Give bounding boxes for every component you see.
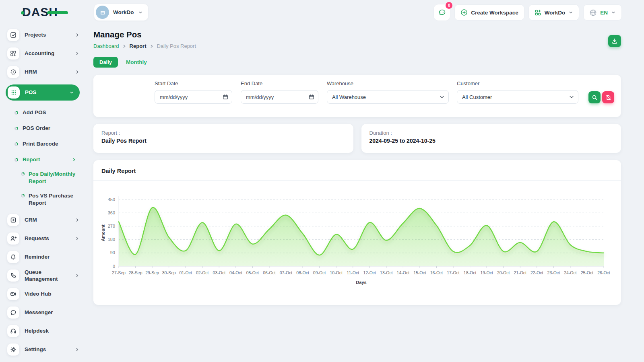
x-tick-label: 12-Oct bbox=[363, 270, 376, 275]
sidebar-item-pos-vs-purchase-report[interactable]: Pos VS Purchase Report bbox=[21, 192, 80, 206]
sidebar-item-pos-order[interactable]: POS Order bbox=[14, 123, 76, 133]
sidebar-item-queue-management[interactable]: Queue Management bbox=[7, 269, 80, 282]
logo-accent-bar bbox=[47, 11, 68, 14]
sidebar-item-helpdesk[interactable]: Helpdesk bbox=[7, 325, 80, 337]
download-button[interactable] bbox=[608, 35, 621, 47]
chevron-right-icon bbox=[75, 218, 80, 222]
start-date-input[interactable] bbox=[155, 90, 232, 103]
search-button[interactable] bbox=[588, 91, 601, 103]
chevron-right-icon bbox=[75, 33, 80, 37]
x-tick-label: 01-Oct bbox=[179, 270, 192, 275]
app-menu-label: WorkDo bbox=[545, 10, 566, 16]
video-icon bbox=[7, 288, 19, 300]
x-tick-label: 06-Oct bbox=[263, 270, 276, 275]
chevron-down-icon bbox=[439, 94, 445, 100]
end-date-label: End Date bbox=[241, 80, 318, 86]
summary-row: Report : Daily Pos Report Duration : 202… bbox=[93, 124, 621, 153]
phone-icon bbox=[7, 269, 19, 282]
tab-monthly[interactable]: Monthly bbox=[126, 59, 147, 65]
messages-button[interactable]: 0 bbox=[433, 4, 450, 21]
bullet-icon bbox=[14, 158, 18, 162]
topbar-actions: 0 Create Workspace WorkDo EN bbox=[433, 4, 622, 21]
sidebar-item-video-hub[interactable]: Video Hub bbox=[7, 288, 80, 300]
warehouse-select[interactable]: All Warehouse bbox=[327, 90, 449, 104]
x-tick-label: 27-Sep bbox=[112, 270, 126, 275]
search-icon bbox=[592, 95, 598, 101]
messages-badge: 0 bbox=[446, 2, 452, 9]
end-date-input[interactable] bbox=[241, 90, 318, 103]
sidebar-item-report[interactable]: Report bbox=[14, 155, 76, 165]
sidebar-item-crm[interactable]: CRM bbox=[7, 214, 80, 226]
sidebar-item-add-pos[interactable]: Add POS bbox=[14, 108, 76, 117]
dots-icon bbox=[8, 86, 20, 99]
report-period-tabs: Daily Monthly bbox=[93, 57, 621, 68]
report-value: Daily Pos Report bbox=[101, 138, 345, 144]
x-tick-label: 15-Oct bbox=[413, 270, 426, 275]
sidebar-item-print-barcode[interactable]: Print Barcode bbox=[14, 139, 76, 149]
page-header: Manage Pos Dashboard Report Daily Pos Re… bbox=[93, 30, 621, 49]
chevron-down-icon bbox=[568, 10, 573, 15]
target-icon bbox=[7, 66, 19, 78]
y-tick-label: 270 bbox=[108, 224, 115, 228]
building-icon bbox=[96, 6, 109, 19]
create-workspace-label: Create Workspace bbox=[471, 10, 518, 16]
sidebar-item-settings[interactable]: Settings bbox=[7, 343, 80, 356]
x-tick-label: 03-Oct bbox=[213, 270, 226, 275]
app-logo[interactable]: DASH bbox=[22, 5, 66, 19]
reset-button[interactable] bbox=[602, 91, 614, 103]
bell-icon bbox=[7, 251, 19, 263]
breadcrumb: Dashboard Report Daily Pos Report bbox=[93, 43, 621, 49]
customer-label: Customer bbox=[457, 80, 578, 86]
y-tick-label: 360 bbox=[108, 210, 115, 215]
checkbox-icon bbox=[7, 29, 19, 41]
chart-title: Daily Report bbox=[93, 160, 621, 181]
sidebar-item-pos-daily-monthly-report[interactable]: Pos Daily/Monthly Report bbox=[21, 171, 80, 185]
chevron-right-icon bbox=[75, 51, 80, 56]
workspace-selector[interactable]: WorkDo bbox=[94, 4, 149, 21]
start-date-field: Start Date bbox=[155, 80, 232, 104]
logo-accent-dot bbox=[21, 11, 24, 14]
x-tick-label: 19-Oct bbox=[480, 270, 493, 275]
sidebar-item-accounting[interactable]: Accounting bbox=[7, 47, 80, 60]
x-tick-label: 30-Sep bbox=[162, 270, 176, 275]
daily-report-chart: 09018027036045027-Sep28-Sep29-Sep30-Sep0… bbox=[99, 185, 615, 288]
app-menu-button[interactable]: WorkDo bbox=[528, 4, 580, 21]
duration-summary-card: Duration : 2024-09-25 to 2024-10-25 bbox=[361, 124, 621, 153]
breadcrumb-dashboard[interactable]: Dashboard bbox=[93, 43, 119, 49]
sidebar: ProjectsAccountingHRMPOSAdd POSPOS Order… bbox=[0, 24, 85, 362]
gear-icon bbox=[7, 343, 19, 356]
sidebar-item-projects[interactable]: Projects bbox=[7, 29, 80, 41]
calendar-icon[interactable] bbox=[223, 94, 228, 100]
warehouse-field: Warehouse All Warehouse bbox=[327, 80, 449, 104]
tab-daily[interactable]: Daily bbox=[93, 57, 118, 68]
sidebar-item-messenger[interactable]: Messenger bbox=[7, 306, 80, 319]
calendar-icon[interactable] bbox=[309, 94, 314, 100]
breadcrumb-report[interactable]: Report bbox=[130, 43, 147, 49]
y-tick-label: 450 bbox=[108, 197, 115, 202]
x-tick-label: 25-Oct bbox=[581, 270, 594, 275]
headset-icon bbox=[7, 325, 19, 337]
sidebar-item-hrm[interactable]: HRM bbox=[7, 66, 80, 78]
globe-icon bbox=[589, 9, 597, 16]
x-tick-label: 13-Oct bbox=[380, 270, 393, 275]
card-icon bbox=[7, 214, 19, 226]
x-tick-label: 02-Oct bbox=[196, 270, 209, 275]
customer-select[interactable]: All Customer bbox=[457, 90, 578, 104]
x-tick-label: 17-Oct bbox=[447, 270, 460, 275]
bullet-icon bbox=[14, 111, 18, 115]
language-selector[interactable]: EN bbox=[583, 4, 622, 21]
warehouse-value: All Warehouse bbox=[327, 94, 378, 100]
sidebar-item-pos[interactable]: POS bbox=[6, 84, 80, 101]
sidebar-item-reminder[interactable]: Reminder bbox=[7, 251, 80, 263]
sidebar-item-requests[interactable]: Requests bbox=[7, 232, 80, 245]
x-tick-label: 24-Oct bbox=[564, 270, 577, 275]
chevron-right-icon bbox=[75, 347, 80, 352]
daily-report-card: Daily Report 09018027036045027-Sep28-Sep… bbox=[93, 160, 621, 305]
squares-icon bbox=[7, 47, 19, 60]
x-axis-title: Days bbox=[356, 280, 366, 285]
x-tick-label: 23-Oct bbox=[547, 270, 560, 275]
create-workspace-button[interactable]: Create Workspace bbox=[454, 4, 524, 21]
x-tick-label: 10-Oct bbox=[330, 270, 343, 275]
x-tick-label: 28-Sep bbox=[129, 270, 142, 275]
bullet-icon bbox=[14, 127, 18, 130]
